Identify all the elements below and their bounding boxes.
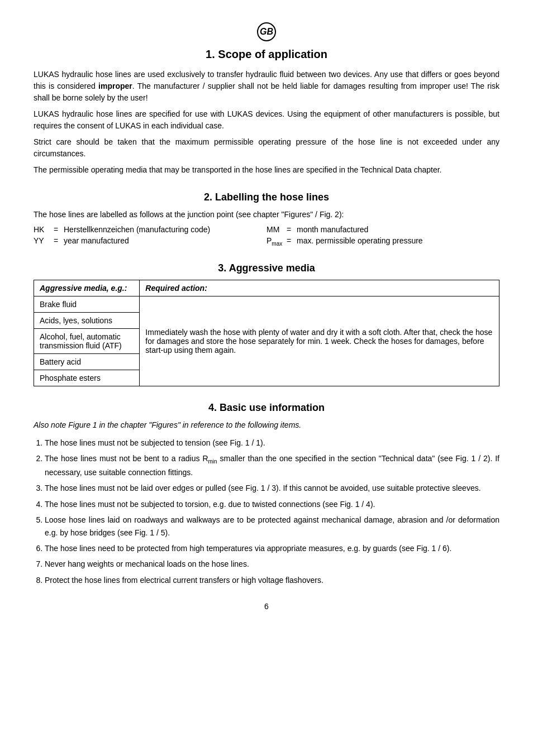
- section-4-title: 4. Basic use information: [34, 402, 499, 414]
- media-acids: Acids, lyes, solutions: [34, 312, 140, 328]
- section-1-para-2: LUKAS hydraulic hose lines are specified…: [34, 108, 499, 132]
- label-hk-key: HK: [34, 225, 50, 234]
- media-battery-acid: Battery acid: [34, 353, 140, 370]
- list-item: Never hang weights or mechanical loads o…: [45, 558, 499, 570]
- list-item: Loose hose lines laid on roadways and wa…: [45, 514, 499, 539]
- media-phosphate: Phosphate esters: [34, 370, 140, 386]
- list-item: The hose lines must not be subjected to …: [45, 437, 499, 449]
- labelling-left: HK = Herstellkennzeichen (manufacturing …: [34, 225, 266, 247]
- section-1: 1. Scope of application LUKAS hydraulic …: [34, 48, 499, 176]
- label-row-hk: HK = Herstellkennzeichen (manufacturing …: [34, 225, 266, 234]
- label-yy-key: YY: [34, 236, 50, 245]
- section-3: 3. Aggressive media Aggressive media, e.…: [34, 262, 499, 386]
- label-yy-desc: year manufactured: [64, 236, 129, 245]
- table-row: Brake fluid Immediately wash the hose wi…: [34, 296, 499, 312]
- section-2: 2. Labelling the hose lines The hose lin…: [34, 192, 499, 247]
- table-col2-header: Required action:: [140, 280, 499, 296]
- action-cell-1: Immediately wash the hose with plenty of…: [140, 296, 499, 386]
- list-item: Protect the hose lines from electrical c…: [45, 574, 499, 586]
- labelling-grid: HK = Herstellkennzeichen (manufacturing …: [34, 225, 499, 247]
- section-1-para-3: Strict care should be taken that the max…: [34, 136, 499, 160]
- section-3-title: 3. Aggressive media: [34, 262, 499, 274]
- aggressive-media-table: Aggressive media, e.g.: Required action:…: [34, 280, 499, 386]
- basic-use-list: The hose lines must not be subjected to …: [45, 437, 499, 586]
- label-row-pmax: Pmax = max. permissible operating pressu…: [266, 236, 499, 247]
- table-col1-header: Aggressive media, e.g.:: [34, 280, 140, 296]
- label-mm-desc: month manufactured: [297, 225, 368, 234]
- section-2-intro: The hose lines are labelled as follows a…: [34, 209, 499, 221]
- media-alcohol: Alcohol, fuel, automatic transmission fl…: [34, 328, 140, 353]
- section-1-title: 1. Scope of application: [34, 48, 499, 61]
- label-pmax-key: Pmax: [266, 236, 283, 247]
- section-1-para-4: The permissible operating media that may…: [34, 164, 499, 176]
- list-item: The hose lines must not be subjected to …: [45, 498, 499, 510]
- label-hk-desc: Herstellkennzeichen (manufacturing code): [64, 225, 210, 234]
- label-mm-key: MM: [266, 225, 283, 234]
- label-row-mm: MM = month manufactured: [266, 225, 499, 234]
- label-pmax-desc: max. permissible operating pressure: [297, 236, 423, 245]
- page-header: GB: [34, 22, 499, 44]
- section-1-para-1: LUKAS hydraulic hose lines are used excl…: [34, 69, 499, 104]
- page-number: 6: [34, 602, 499, 611]
- media-brake-fluid: Brake fluid: [34, 296, 140, 312]
- list-item: The hose lines must not be laid over edg…: [45, 482, 499, 494]
- section-4-note: Also note Figure 1 in the chapter "Figur…: [34, 419, 499, 431]
- section-4: 4. Basic use information Also note Figur…: [34, 402, 499, 586]
- table-header-row: Aggressive media, e.g.: Required action:: [34, 280, 499, 296]
- label-row-yy: YY = year manufactured: [34, 236, 266, 245]
- list-item: The hose lines must not be bent to a rad…: [45, 452, 499, 479]
- gb-icon: GB: [257, 22, 276, 41]
- section-2-title: 2. Labelling the hose lines: [34, 192, 499, 203]
- list-item: The hose lines need to be protected from…: [45, 542, 499, 554]
- labelling-right: MM = month manufactured Pmax = max. perm…: [266, 225, 499, 247]
